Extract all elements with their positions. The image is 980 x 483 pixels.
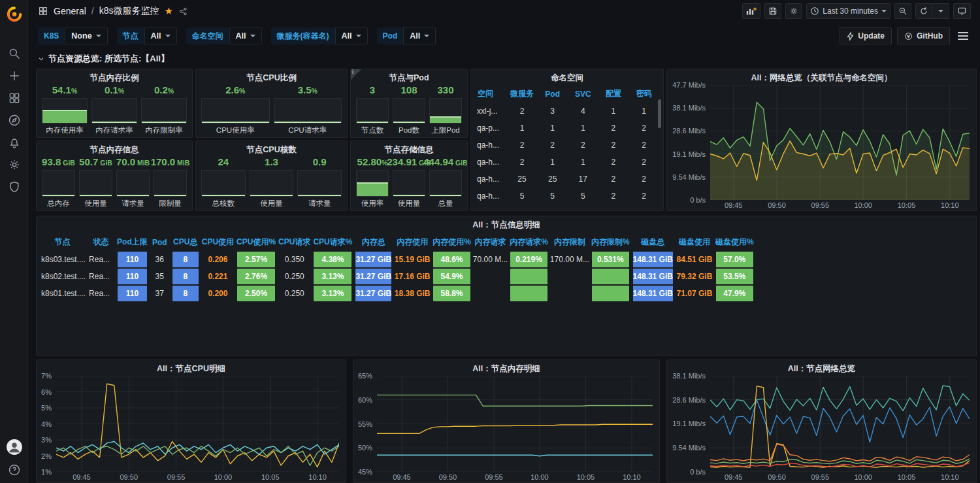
column-header[interactable]: 空间: [476, 85, 507, 103]
panel-title[interactable]: All：节点信息明细: [37, 216, 976, 231]
variable-label[interactable]: 节点: [117, 27, 144, 44]
x-axis-tick-label: 10:00: [214, 473, 233, 481]
column-header[interactable]: CPU总: [171, 233, 201, 251]
column-header[interactable]: 状态: [86, 233, 116, 251]
explore-compass-icon[interactable]: [8, 114, 21, 127]
panel-title[interactable]: 节点存储信息: [351, 141, 467, 156]
favorite-star-icon[interactable]: ★: [165, 5, 173, 17]
time-range-picker[interactable]: Last 30 minutes: [806, 3, 890, 19]
panel-title[interactable]: 节点与Pod: [351, 69, 467, 84]
column-header[interactable]: 磁盘使用%: [714, 233, 755, 251]
column-header[interactable]: 磁盘使用: [675, 233, 714, 251]
grafana-logo[interactable]: [0, 0, 29, 29]
table-cell: qa-h...: [476, 171, 507, 188]
scrollbar-thumb[interactable]: [658, 99, 661, 128]
panel-title[interactable]: 节点CPU比例: [196, 69, 347, 84]
dashboard-settings-button[interactable]: [785, 3, 802, 19]
variable-label[interactable]: K8S: [38, 27, 65, 44]
variable-label[interactable]: Pod: [377, 27, 404, 44]
panel-title[interactable]: All：节点内存明细: [353, 360, 659, 375]
dashboard-title[interactable]: k8s微服务监控: [99, 5, 159, 17]
panel-title[interactable]: 节点内存信息: [37, 141, 192, 156]
column-header[interactable]: CPU使用: [201, 233, 235, 251]
table-cell: 1: [507, 120, 538, 137]
x-axis-tick-label: 09:55: [485, 473, 503, 481]
refresh-button[interactable]: [915, 3, 932, 19]
column-header[interactable]: 微服务: [507, 85, 538, 103]
configuration-gear-icon[interactable]: [8, 158, 21, 171]
help-icon[interactable]: [8, 463, 21, 476]
column-header[interactable]: Pod: [149, 233, 171, 251]
zoom-out-button[interactable]: [894, 3, 911, 19]
table-cell: [472, 285, 508, 302]
dashboards-icon[interactable]: [8, 92, 21, 105]
search-icon[interactable]: [8, 47, 21, 60]
panel-title[interactable]: 命名空间: [471, 69, 663, 84]
column-header[interactable]: 节点: [39, 233, 86, 251]
table-cell: qa-p...: [476, 120, 507, 137]
variable-value-dropdown[interactable]: All: [144, 27, 177, 44]
save-dashboard-button[interactable]: [764, 3, 781, 19]
add-panel-button[interactable]: [742, 3, 760, 19]
panel-title[interactable]: All：节点网络总览: [667, 360, 976, 375]
chart-plot-area[interactable]: [710, 376, 970, 472]
variable-value-dropdown[interactable]: All: [403, 27, 436, 44]
column-header[interactable]: 内存限制%: [590, 233, 631, 251]
chart-plot-area[interactable]: [377, 376, 653, 472]
variable-value-dropdown[interactable]: All: [335, 27, 368, 44]
table-cell: 4.38%: [312, 251, 353, 268]
variable-label[interactable]: 命名空间: [186, 27, 229, 44]
column-header[interactable]: 内存限制: [549, 233, 590, 251]
table-cell: 1: [537, 154, 568, 171]
chart-plot-area[interactable]: [710, 85, 970, 200]
column-header[interactable]: Pod上限: [116, 233, 149, 251]
column-header[interactable]: 配置: [598, 85, 629, 103]
panel-title[interactable]: 节点CPU核数: [196, 141, 347, 156]
user-avatar[interactable]: [6, 439, 23, 456]
server-admin-shield-icon[interactable]: [8, 180, 21, 193]
chevron-down-icon: [356, 35, 361, 37]
update-link-button[interactable]: Update: [840, 27, 892, 44]
table-cell: 1: [629, 103, 659, 120]
panel-title[interactable]: 节点内存比例: [37, 69, 192, 84]
x-axis-tick-label: 10:10: [941, 201, 959, 209]
breadcrumb-section[interactable]: General: [54, 6, 86, 16]
column-header[interactable]: 内存请求%: [508, 233, 549, 251]
share-icon[interactable]: [178, 7, 188, 16]
alerting-bell-icon[interactable]: [8, 136, 21, 149]
cycle-view-mode-button[interactable]: [953, 3, 971, 19]
panel-title[interactable]: All：节点CPU明细: [37, 360, 346, 375]
table-cell: 2: [568, 137, 598, 154]
table-cell: 31.27 GiB: [353, 268, 393, 285]
table-cell: 71.07 GiB: [675, 285, 714, 302]
column-header[interactable]: 内存使用%: [431, 233, 472, 251]
table-cell: 31.27 GiB: [353, 251, 393, 268]
column-header[interactable]: 内存请求: [472, 233, 508, 251]
stat-gauge: [201, 98, 270, 124]
variable-label[interactable]: 微服务(容器名): [271, 27, 335, 44]
column-header[interactable]: 密码: [629, 85, 659, 103]
chart-plot-area[interactable]: [56, 376, 339, 472]
column-header[interactable]: CPU使用%: [235, 233, 277, 251]
github-link-button[interactable]: GitHub: [897, 27, 950, 44]
column-header[interactable]: SVC: [568, 85, 598, 103]
table-cell: 0.221: [201, 268, 235, 285]
column-header[interactable]: Pod: [537, 85, 568, 103]
column-header[interactable]: 磁盘总: [631, 233, 675, 251]
panel-info-corner[interactable]: i: [351, 69, 361, 80]
dashboard-row-toggle[interactable]: 节点资源总览: 所选节点:【All】: [38, 53, 169, 65]
table-cell: Rea...: [86, 251, 116, 268]
table-cell: 1: [568, 120, 598, 137]
variable-value-dropdown[interactable]: All: [229, 27, 262, 44]
clock-icon: [810, 7, 819, 16]
column-header[interactable]: 内存使用: [393, 233, 431, 251]
variable-value-dropdown[interactable]: None: [65, 27, 107, 44]
column-header[interactable]: CPU请求%: [312, 233, 353, 251]
panel-title[interactable]: All：网络总览（关联节点与命名空间）: [667, 69, 976, 84]
column-header[interactable]: 内存总: [353, 233, 393, 251]
kiosk-menu-button[interactable]: [955, 29, 971, 42]
column-header[interactable]: CPU请求: [277, 233, 312, 251]
add-icon[interactable]: [8, 69, 21, 82]
refresh-interval-dropdown[interactable]: [932, 3, 949, 19]
apps-grid-icon[interactable]: [38, 6, 48, 16]
